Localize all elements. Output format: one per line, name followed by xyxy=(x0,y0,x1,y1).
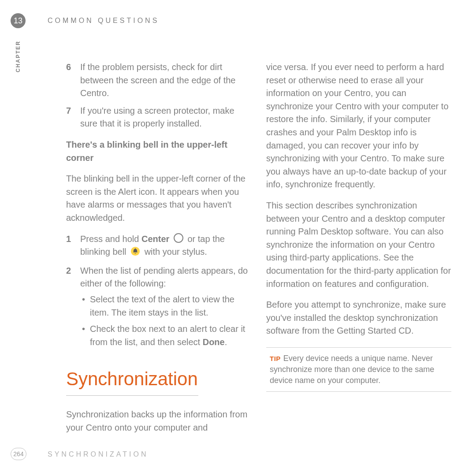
right-column: vice versa. If you ever need to perform … xyxy=(266,61,451,443)
list-text: Press and hold Center or tap the blinkin… xyxy=(80,233,251,260)
bold-text: Center xyxy=(141,234,169,244)
bullet-list: Select the text of the alert to view the… xyxy=(80,293,251,349)
chapter-number-badge: 13 xyxy=(11,13,26,28)
text-fragment: with your stylus. xyxy=(142,247,207,257)
list-number: 6 xyxy=(66,61,80,100)
tip-box: TIPEvery device needs a unique name. Nev… xyxy=(266,347,451,392)
tip-label: TIP xyxy=(270,355,281,362)
text-fragment: Press and hold xyxy=(80,234,141,244)
subheading: There's a blinking bell in the upper-lef… xyxy=(66,138,251,164)
paragraph: The blinking bell in the upper-left corn… xyxy=(66,172,251,224)
list-item: 1 Press and hold Center or tap the blink… xyxy=(66,233,251,260)
paragraph: This section describes synchronization b… xyxy=(266,199,451,290)
content-area: 6 If the problem persists, check for dir… xyxy=(66,61,454,443)
numbered-list-top: 6 If the problem persists, check for dir… xyxy=(66,61,251,130)
list-number: 1 xyxy=(66,233,80,260)
section-heading: Synchronization xyxy=(66,365,251,393)
list-item: Select the text of the alert to view the… xyxy=(80,293,251,319)
list-text: When the list of pending alerts appears,… xyxy=(80,264,251,353)
text-fragment: When the list of pending alerts appears,… xyxy=(80,266,248,289)
text-fragment: . xyxy=(225,337,227,347)
numbered-list-steps: 1 Press and hold Center or tap the blink… xyxy=(66,233,251,353)
list-text: If the problem persists, check for dirt … xyxy=(80,61,251,100)
list-item: 6 If the problem persists, check for dir… xyxy=(66,61,251,100)
page-number: 264 xyxy=(11,448,26,460)
bell-icon xyxy=(130,246,140,260)
chapter-title: COMMON QUESTIONS xyxy=(48,17,159,25)
list-number: 7 xyxy=(66,104,80,130)
tip-text: Every device needs a unique name. Never … xyxy=(270,354,434,385)
list-item: 2 When the list of pending alerts appear… xyxy=(66,264,251,353)
list-text: If you're using a screen protector, make… xyxy=(80,104,251,130)
paragraph: vice versa. If you ever need to perform … xyxy=(266,61,451,191)
paragraph: Synchronization backs up the information… xyxy=(66,408,251,434)
list-item: 7 If you're using a screen protector, ma… xyxy=(66,104,251,130)
list-item: Check the box next to an alert to clear … xyxy=(80,323,251,349)
paragraph: Before you attempt to synchronize, make … xyxy=(266,298,451,338)
list-number: 2 xyxy=(66,264,80,353)
center-button-icon xyxy=(174,233,183,243)
footer-title: SYNCHRONIZATION xyxy=(48,450,148,458)
left-column: 6 If the problem persists, check for dir… xyxy=(66,61,251,443)
heading-rule xyxy=(66,395,198,396)
chapter-vertical-label: CHAPTER xyxy=(15,41,21,72)
bold-text: Done xyxy=(203,337,225,347)
